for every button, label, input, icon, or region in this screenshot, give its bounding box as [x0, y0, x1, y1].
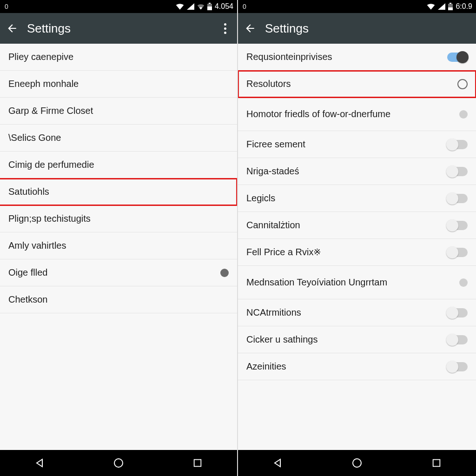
screen-left: 0 4.054 Settings [0, 0, 238, 476]
settings-list[interactable]: Pliey caenepiveEneeph monhaleGarp & Firm… [0, 44, 237, 450]
svg-point-8 [353, 459, 361, 467]
settings-row-label: Cannitalżtion [246, 219, 300, 231]
status-time: 6:0.9 [456, 2, 472, 11]
settings-row-label: Azeinities [246, 361, 286, 372]
nav-back-button[interactable] [238, 457, 317, 469]
settings-row-label: Legicls [246, 192, 275, 204]
indicator-dot [459, 278, 468, 287]
cell-signal-icon [438, 3, 445, 10]
indicator-dot [220, 269, 229, 277]
settings-row-label: Chetkson [8, 294, 48, 305]
toggle-switch[interactable] [447, 308, 468, 317]
toggle-switch[interactable] [447, 194, 468, 203]
wifi-icon [176, 3, 184, 10]
status-left-indicator: 0 [4, 3, 8, 10]
toggle-switch[interactable] [447, 335, 468, 344]
settings-row[interactable]: Mednsation Teyoíviation Ungrrtam [238, 266, 476, 299]
settings-row-label: Oige flled [8, 267, 48, 278]
settings-row-label: Cimig de perfumedie [8, 159, 94, 171]
toggle-switch[interactable] [447, 140, 468, 149]
settings-row[interactable]: Cicker u sathings [238, 326, 476, 353]
dot-icon [224, 32, 226, 34]
toggle-switch[interactable] [447, 221, 468, 230]
page-title: Settings [265, 21, 470, 36]
settings-row[interactable]: Ficree sement [238, 131, 476, 158]
settings-row-label: Satutiohls [8, 186, 49, 198]
app-bar: Settings [0, 13, 237, 44]
radio-button[interactable] [457, 79, 468, 89]
settings-row-label: Resolutors [246, 78, 291, 90]
status-left-indicator: 0 [242, 3, 246, 10]
settings-row[interactable]: NCAtrmitions [238, 299, 476, 326]
svg-rect-4 [194, 460, 201, 467]
settings-row[interactable]: Oige flled [0, 259, 237, 286]
settings-row[interactable]: Legicls [238, 185, 476, 212]
settings-row[interactable]: \Selics Gone [0, 125, 237, 152]
settings-row-label: Plign;sp techistugits [8, 213, 91, 225]
navigation-bar [238, 450, 476, 476]
settings-row[interactable]: Homotor friedls of fow-or-dnerfume [238, 98, 476, 131]
nav-back-button[interactable] [0, 457, 79, 469]
toggle-switch[interactable] [447, 248, 468, 257]
page-title: Settings [27, 21, 210, 36]
indicator-dot [459, 110, 468, 119]
settings-row-label: Eneeph monhale [8, 78, 79, 90]
svg-rect-5 [450, 3, 451, 4]
settings-row[interactable]: Cimig de perfumedie [0, 152, 237, 178]
settings-row[interactable]: Requsionteinprivises [238, 44, 476, 71]
settings-row-label: Mednsation Teyoíviation Ungrrtam [246, 277, 387, 288]
dot-icon [224, 23, 226, 26]
app-bar: Settings [238, 13, 476, 44]
battery-icon [207, 3, 212, 10]
back-button[interactable] [6, 22, 19, 35]
settings-row[interactable]: Pliey caenepive [0, 44, 237, 71]
settings-row[interactable]: Fell Price a Rvix※ [238, 239, 476, 266]
toggle-switch[interactable] [447, 53, 468, 62]
settings-row-label: Requsionteinprivises [246, 51, 332, 63]
nav-recent-button[interactable] [159, 458, 237, 468]
settings-row-label: Homotor friedls of fow-or-dnerfume [246, 108, 390, 120]
dot-icon [224, 27, 226, 30]
settings-row-label: Cicker u sathings [246, 334, 317, 345]
settings-row[interactable]: Garp & Firme Closet [0, 98, 237, 125]
settings-row[interactable]: Satutiohls [0, 178, 237, 205]
screen-right: 0 6:0.9 Settings RequsionteinprivisesRes… [238, 0, 476, 476]
settings-row-label: Pliey caenepive [8, 51, 73, 63]
settings-row-label: Amly vahirtles [8, 240, 66, 251]
status-bar: 0 4.054 [0, 0, 237, 13]
back-button[interactable] [244, 22, 257, 35]
settings-row[interactable]: Eneeph monhale [0, 71, 237, 98]
navigation-bar [0, 450, 237, 476]
svg-rect-9 [433, 460, 440, 467]
status-bar: 0 6:0.9 [238, 0, 476, 13]
settings-row[interactable]: Amly vahirtles [0, 232, 237, 259]
toggle-switch[interactable] [447, 167, 468, 176]
nav-home-button[interactable] [79, 457, 158, 469]
settings-row[interactable]: Cannitalżtion [238, 212, 476, 239]
settings-list[interactable]: RequsionteinprivisesResolutorsHomotor fr… [238, 44, 476, 450]
settings-row[interactable]: Plign;sp techistugits [0, 205, 237, 232]
status-time: 4.054 [215, 2, 233, 11]
toggle-switch[interactable] [447, 362, 468, 371]
svg-point-3 [114, 459, 123, 467]
settings-row[interactable]: Nriga-stadeś [238, 158, 476, 185]
settings-row-label: Nriga-stadeś [246, 165, 299, 177]
svg-rect-0 [209, 3, 211, 4]
nav-home-button[interactable] [318, 457, 397, 469]
settings-row-label: Ficree sement [246, 139, 305, 150]
settings-row[interactable]: Resolutors [238, 71, 476, 98]
svg-rect-7 [448, 7, 453, 10]
settings-row[interactable]: Chetkson [0, 286, 237, 313]
settings-row-label: \Selics Gone [8, 132, 61, 144]
settings-row-label: Fell Price a Rvix※ [246, 246, 321, 258]
cell-signal-icon [187, 3, 194, 10]
settings-row[interactable]: Azeinities [238, 353, 476, 380]
nav-recent-button[interactable] [397, 458, 476, 468]
svg-rect-2 [207, 7, 212, 10]
settings-row-label: Garp & Firme Closet [8, 105, 93, 117]
wifi-icon [427, 3, 435, 10]
overflow-menu-button[interactable] [218, 23, 231, 34]
screenshot-pair: 0 4.054 Settings [0, 0, 476, 476]
wifi-weak-icon [197, 4, 205, 10]
settings-row-label: NCAtrmitions [246, 307, 301, 318]
